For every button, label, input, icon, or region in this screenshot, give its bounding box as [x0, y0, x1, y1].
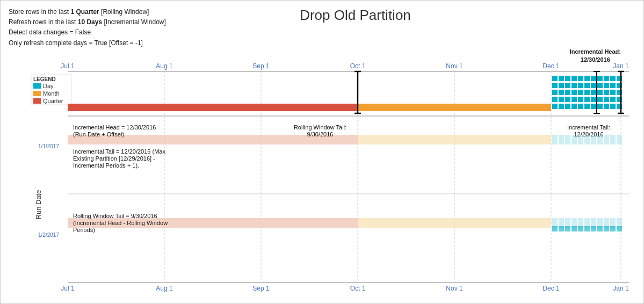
axis-top-sep1: Sep 1 [252, 62, 270, 70]
chart-svg: Jul 1 Aug 1 Sep 1 Oct 1 Nov 1 Dec 1 Jan … [30, 60, 637, 296]
legend-quarter-color [33, 98, 41, 104]
svg-rect-9 [559, 76, 564, 81]
svg-rect-24 [584, 83, 590, 88]
svg-rect-10 [565, 76, 570, 81]
svg-rect-55 [571, 104, 577, 109]
svg-rect-36 [591, 90, 596, 95]
svg-rect-37 [597, 90, 603, 95]
day-squares-row1 [552, 76, 622, 109]
svg-rect-20 [559, 83, 564, 88]
svg-rect-26 [597, 83, 603, 88]
svg-rect-25 [591, 83, 596, 88]
svg-rect-56 [578, 104, 583, 109]
svg-rect-96 [559, 226, 564, 231]
svg-rect-83 [617, 135, 622, 144]
svg-rect-34 [578, 90, 583, 95]
axis-top-oct1: Oct 1 [350, 62, 366, 70]
month-bar-1 [358, 104, 551, 111]
svg-rect-73 [552, 135, 558, 144]
month-light-bar-1 [358, 135, 551, 144]
svg-rect-74 [559, 135, 564, 144]
axis-bottom-nov1: Nov 1 [446, 285, 463, 292]
header-line3: Detect data changes = False [9, 27, 166, 38]
svg-rect-47 [591, 97, 596, 102]
svg-rect-38 [604, 90, 609, 95]
svg-rect-105 [617, 226, 622, 231]
axis-bottom-sep1: Sep 1 [252, 285, 270, 292]
axis-top-jul1: Jul 1 [61, 62, 75, 70]
svg-rect-45 [578, 97, 583, 102]
quarter-bar-1 [68, 104, 358, 111]
svg-rect-19 [552, 83, 558, 88]
svg-text:9/30/2016: 9/30/2016 [307, 131, 334, 137]
legend-title: LEGEND [33, 76, 56, 82]
svg-rect-52 [552, 104, 558, 109]
svg-rect-15 [597, 76, 603, 81]
svg-rect-99 [578, 226, 583, 231]
run-date-2-label: 1/2/2017 [38, 232, 59, 238]
header-line4: Only refresh complete days = True [Offse… [9, 38, 166, 48]
svg-rect-8 [552, 76, 558, 81]
svg-rect-44 [571, 97, 577, 102]
annotation-incremental-tail-right: Incremental Tail: [567, 124, 610, 131]
svg-rect-102 [597, 226, 603, 231]
svg-rect-12 [578, 76, 583, 81]
run-date-axis-label: Run Date [34, 190, 42, 220]
svg-rect-35 [584, 90, 590, 95]
header-line1: Store rows in the last 1 Quarter [Rollin… [9, 7, 166, 17]
legend-quarter-label: Quarter [43, 98, 63, 104]
legend-month-label: Month [43, 90, 60, 97]
page-title: Drop Old Partition [300, 7, 411, 24]
svg-rect-42 [559, 97, 564, 102]
annotation-incremental-tail: Incremental Tail = 12/20/2016 (Max [73, 148, 165, 155]
annotation-incremental-head: Incremental Head = 12/30/2016 [73, 124, 156, 131]
svg-rect-97 [565, 226, 570, 231]
svg-rect-95 [552, 226, 558, 231]
svg-rect-53 [559, 104, 564, 109]
svg-rect-60 [604, 104, 609, 109]
day-teal-squares-row2 [552, 226, 622, 231]
svg-rect-58 [591, 104, 596, 109]
annotation-rolling-window-tail: Rolling Window Tail: [294, 124, 346, 131]
svg-rect-48 [597, 97, 603, 102]
axis-top-dec1: Dec 1 [542, 62, 560, 70]
svg-rect-11 [571, 76, 577, 81]
month-light-bar-2 [358, 218, 551, 228]
svg-rect-27 [604, 83, 609, 88]
svg-rect-17 [610, 76, 616, 81]
svg-rect-14 [591, 76, 596, 81]
svg-rect-23 [578, 83, 583, 88]
svg-rect-81 [604, 135, 609, 144]
svg-rect-101 [591, 226, 596, 231]
svg-text:Existing Partition [12/29/2016: Existing Partition [12/29/2016] - [73, 155, 155, 162]
svg-rect-41 [552, 97, 558, 102]
svg-rect-16 [604, 76, 609, 81]
svg-rect-49 [604, 97, 609, 102]
axis-bottom-jan1: Jan 1 [613, 285, 629, 292]
legend-month-color [33, 91, 41, 96]
main-container: Store rows in the last 1 Quarter [Rollin… [0, 0, 644, 304]
run-date-1-label: 1/1/2017 [38, 143, 59, 149]
legend-day-color [33, 83, 41, 89]
svg-rect-30 [552, 90, 558, 95]
svg-rect-61 [610, 104, 616, 109]
svg-rect-98 [571, 226, 577, 231]
svg-rect-33 [571, 90, 577, 95]
svg-text:Incremental Periods + 1).: Incremental Periods + 1). [73, 162, 139, 169]
axis-top-jan1: Jan 1 [613, 62, 629, 70]
axis-bottom-dec1: Dec 1 [542, 285, 560, 292]
svg-rect-22 [571, 83, 577, 88]
svg-rect-28 [610, 83, 616, 88]
legend-day-label: Day [43, 83, 54, 89]
svg-rect-104 [610, 226, 616, 231]
svg-rect-39 [610, 90, 616, 95]
svg-rect-103 [604, 226, 609, 231]
svg-rect-13 [584, 76, 590, 81]
svg-rect-59 [597, 104, 603, 109]
svg-text:12/20/2016: 12/20/2016 [574, 131, 603, 137]
svg-rect-50 [610, 97, 616, 102]
svg-rect-46 [584, 97, 590, 102]
svg-text:(Incremental Head - Rolling Wi: (Incremental Head - Rolling Window [73, 220, 168, 226]
svg-text:(Run Date + Offset): (Run Date + Offset) [73, 131, 124, 137]
header-line2: Refresh rows in the last 10 Days [Increm… [9, 17, 166, 27]
